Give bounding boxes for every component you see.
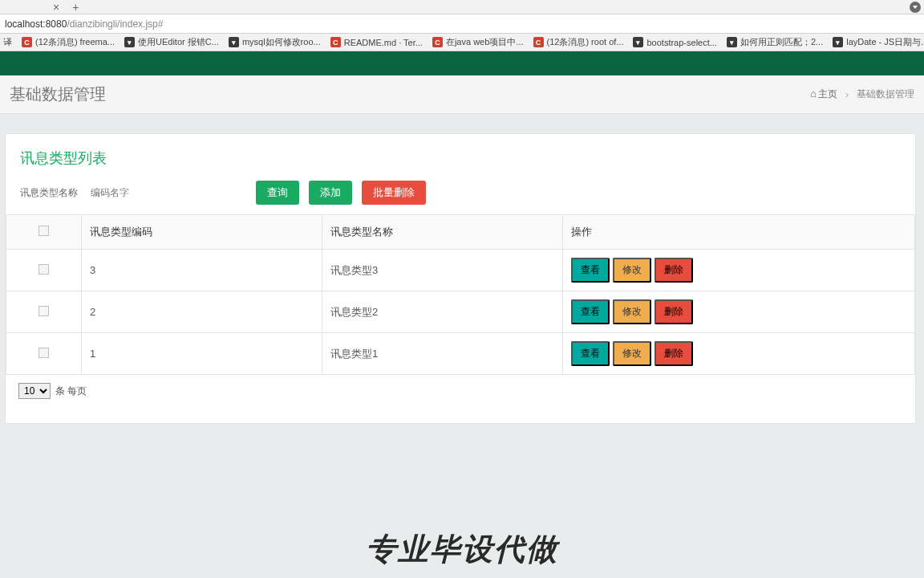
bookmark-item[interactable]: CREADME.md · Ter... xyxy=(330,37,423,47)
browser-tab-strip: × + xyxy=(0,0,924,14)
bookmark-item[interactable]: ▾layDate - JS日期与... xyxy=(833,36,924,48)
bookmark-icon: C xyxy=(533,37,544,47)
bookmark-item[interactable]: C在java web项目中... xyxy=(432,36,524,48)
bookmark-item[interactable]: C(12条消息) root of... xyxy=(533,36,624,48)
bookmark-item[interactable]: C(12条消息) freema... xyxy=(22,36,115,48)
view-button[interactable]: 查看 xyxy=(571,341,610,366)
breadcrumb: 主页 › 基础数据管理 xyxy=(810,88,914,101)
page-title-bar: 基础数据管理 主页 › 基础数据管理 xyxy=(0,75,924,114)
page-size-select[interactable]: 10 xyxy=(18,383,51,399)
header-code: 讯息类型编码 xyxy=(82,215,322,250)
edit-button[interactable]: 修改 xyxy=(613,299,651,324)
address-bar[interactable]: localhost:8080/dianzibingli/index.jsp# xyxy=(0,14,924,34)
bookmark-item[interactable]: ▾mysql如何修改roo... xyxy=(229,36,321,48)
row-checkbox[interactable] xyxy=(38,348,49,358)
table-row: 1 讯息类型1 查看 修改 删除 xyxy=(6,333,915,375)
bookmark-item[interactable]: ▾使用UEditor 报错C... xyxy=(124,36,219,48)
app-header xyxy=(0,51,924,75)
bookmark-item[interactable]: ▾如何用正则匹配；2... xyxy=(727,36,823,48)
bookmark-icon: ▾ xyxy=(124,37,135,47)
bookmark-item[interactable]: 译 xyxy=(3,36,12,48)
filter-label: 讯息类型名称 xyxy=(20,186,78,200)
bookmark-icon: ▾ xyxy=(229,37,239,47)
window-control-icon[interactable] xyxy=(910,2,921,13)
row-checkbox[interactable] xyxy=(38,264,49,275)
bookmark-icon: C xyxy=(22,37,32,47)
cell-code: 1 xyxy=(82,333,322,375)
cell-name: 讯息类型3 xyxy=(322,250,563,291)
filter-input[interactable] xyxy=(87,184,160,202)
header-action: 操作 xyxy=(563,215,915,250)
delete-button[interactable]: 删除 xyxy=(654,341,693,366)
delete-button[interactable]: 删除 xyxy=(654,299,693,324)
pager: 10 条 每页 xyxy=(6,375,915,399)
query-button[interactable]: 查询 xyxy=(256,181,299,205)
filter-row: 讯息类型名称 查询 添加 批量删除 xyxy=(6,181,915,214)
cell-name: 讯息类型2 xyxy=(322,291,563,333)
bookmark-item[interactable]: ▾bootstrap-select... xyxy=(633,37,716,47)
header-checkbox xyxy=(6,215,82,250)
add-button[interactable]: 添加 xyxy=(309,181,352,205)
cell-code: 3 xyxy=(82,250,322,291)
panel-title: 讯息类型列表 xyxy=(6,149,915,181)
bookmark-icon: C xyxy=(330,37,341,47)
tab-close-icon[interactable]: × xyxy=(53,1,59,14)
bookmark-icon: ▾ xyxy=(633,37,643,47)
page-title: 基础数据管理 xyxy=(10,83,106,105)
tab-add-icon[interactable]: + xyxy=(72,1,79,14)
pager-label: 条 每页 xyxy=(55,385,87,398)
row-checkbox[interactable] xyxy=(38,306,49,316)
batch-delete-button[interactable]: 批量删除 xyxy=(362,181,426,205)
bookmarks-bar: 译 C(12条消息) freema... ▾使用UEditor 报错C... ▾… xyxy=(0,34,924,51)
bookmark-icon: ▾ xyxy=(833,37,843,47)
select-all-checkbox[interactable] xyxy=(38,226,49,236)
view-button[interactable]: 查看 xyxy=(571,299,610,324)
header-name: 讯息类型名称 xyxy=(322,215,563,250)
bookmark-icon: C xyxy=(432,37,443,47)
content-panel: 讯息类型列表 讯息类型名称 查询 添加 批量删除 讯息类型编码 讯息类型名称 操… xyxy=(5,133,916,424)
table-row: 2 讯息类型2 查看 修改 删除 xyxy=(6,291,915,333)
breadcrumb-home[interactable]: 主页 xyxy=(810,88,837,101)
edit-button[interactable]: 修改 xyxy=(613,341,651,366)
breadcrumb-separator: › xyxy=(845,89,849,100)
delete-button[interactable]: 删除 xyxy=(654,258,693,283)
breadcrumb-current: 基础数据管理 xyxy=(857,88,914,101)
edit-button[interactable]: 修改 xyxy=(613,258,651,283)
url-host: localhost:8080 xyxy=(5,18,67,30)
table-row: 3 讯息类型3 查看 修改 删除 xyxy=(6,250,915,291)
data-table: 讯息类型编码 讯息类型名称 操作 3 讯息类型3 查看 修改 删除 xyxy=(6,214,915,375)
cell-code: 2 xyxy=(82,291,322,333)
watermark-text: 专业毕设代做 xyxy=(366,529,558,570)
cell-name: 讯息类型1 xyxy=(322,333,563,375)
view-button[interactable]: 查看 xyxy=(571,258,610,283)
url-path: /dianzibingli/index.jsp# xyxy=(67,18,163,30)
bookmark-icon: ▾ xyxy=(727,37,737,47)
